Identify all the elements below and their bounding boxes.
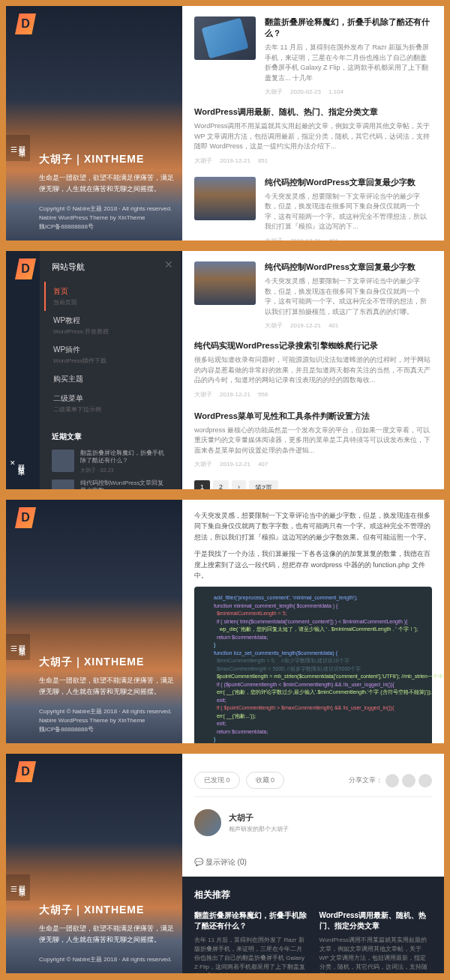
- post-title[interactable]: 纯代码实现WordPress记录搜索引擎蜘蛛爬行记录: [194, 340, 432, 351]
- post-meta: 大胡子2019-12-21401: [265, 321, 432, 330]
- copyright-line-3: 魏ICP备88888888号: [39, 223, 175, 232]
- comments-toggle[interactable]: 显示评论 (0): [194, 848, 432, 877]
- post-list: 翻盖折叠屏诠释魔幻，折叠手机除了酷还有什么？ 去年 11 月后，算得到在国外发布…: [182, 6, 444, 241]
- post-excerpt: wordpress 最核心的功能虽然是一个发布文章的平台，但如果一度文章看，可以…: [194, 426, 432, 456]
- screenshot-1: 网站菜单 ☰ 大胡子｜XINTHEME 生命是一团欲望，欲望不能满足便痛苦，满足…: [6, 6, 444, 241]
- nav-item-wp-plugin[interactable]: WP插件WordPress插件下载: [44, 340, 169, 369]
- page-2[interactable]: 2: [213, 480, 229, 489]
- nav-item-home[interactable]: 首页当前页面: [44, 282, 169, 311]
- post-title[interactable]: 纯代码控制WordPress文章回复最少字数: [265, 177, 432, 188]
- menu-toggle-label: 网站菜单: [18, 459, 26, 465]
- close-icon: ✕: [9, 459, 16, 468]
- hamburger-icon: ☰: [9, 885, 17, 895]
- site-description: 生命是一团欲望，欲望不能满足便痛苦，满足便无聊，人生就在痛苦和无聊之间摇摆。: [39, 923, 175, 945]
- related-title: WordPress调用最新、随机、热门、指定分类文章: [320, 910, 433, 931]
- sidebar: 网站菜单 ☰ 大胡子｜XINTHEME 生命是一团欲望，欲望不能满足便痛苦，满足…: [6, 6, 182, 241]
- post-item[interactable]: 纯代码控制WordPress文章回复最少字数 今天突发灵感，想要限制一下文章评论…: [194, 177, 432, 241]
- share-icon[interactable]: [418, 774, 432, 787]
- post-title[interactable]: 纯代码控制WordPress文章回复最少字数: [265, 261, 432, 273]
- article-body: 今天突发灵感，想要限制一下文章评论当中的最少字数，但是，换发现连在很多同下集自身…: [182, 500, 444, 743]
- menu-toggle-vertical[interactable]: 网站菜单 ☰: [6, 634, 30, 660]
- article-paragraph: 今天突发灵感，想要限制一下文章评论当中的最少字数，但是，换发现连在很多同下集自身…: [194, 510, 432, 542]
- post-item[interactable]: 纯代码控制WordPress文章回复最少字数 今天突发灵感，想要限制一下文章评论…: [194, 261, 432, 330]
- page-last[interactable]: 第2页: [249, 480, 278, 489]
- menu-toggle-label: 网站菜单: [19, 141, 26, 147]
- sidebar-footer: 大胡子｜XINTHEME 生命是一团欲望，欲望不能满足便痛苦，满足便无聊，人生就…: [39, 656, 175, 734]
- related-item[interactable]: 翻盖折叠屏诠释魔幻，折叠手机除了酷还有什么？ 去年 11 月后，算得到在国外发了…: [194, 910, 308, 973]
- site-logo[interactable]: [15, 13, 36, 34]
- author-bio: 相声研发的那个大胡子: [229, 825, 289, 833]
- site-title: 大胡子｜XINTHEME: [39, 656, 175, 669]
- author-name[interactable]: 大胡子: [229, 812, 289, 823]
- avatar[interactable]: [194, 809, 221, 836]
- sidebar: 网站菜单 ☰ 大胡子｜XINTHEME 生命是一团欲望，欲望不能满足便痛苦，满足…: [6, 500, 182, 743]
- site-logo[interactable]: [15, 761, 36, 782]
- share-row: 分享文章：: [349, 774, 432, 787]
- post-meta: 大胡子2019-12-21558: [194, 390, 432, 399]
- menu-toggle-vertical[interactable]: 网站菜单 ☰: [6, 874, 30, 901]
- post-item[interactable]: WordPress调用最新、随机、热门、指定分类文章 WordPress调用不用…: [194, 106, 432, 165]
- post-title[interactable]: WordPress调用最新、随机、热门、指定分类文章: [194, 106, 432, 118]
- hamburger-icon: ☰: [9, 644, 17, 654]
- post-excerpt: 很多站观知道收录有问题时，可能源源知识没法知道蜂游的的过程时，对于网站的内容是惹…: [194, 355, 432, 386]
- screenshot-2: 网站菜单 ✕ ✕ 网站导航 首页当前页面 WP教程WordPress·开改教程 …: [6, 251, 444, 489]
- nav-item-buy-theme[interactable]: 购买主题: [44, 369, 169, 389]
- article-footer: 已发现 0 收藏 0 分享文章： 大胡子 相声研发的那个大胡子 显示评论 (0)…: [182, 754, 444, 973]
- related-heading: 相关推荐: [194, 889, 432, 901]
- nav-item-submenu[interactable]: 二级菜单二级菜单下拉示例: [44, 389, 169, 418]
- site-title: 大胡子｜XINTHEME: [39, 904, 175, 917]
- post-excerpt: 今天突发灵感，想要限制一下文章评论当中的最少字数，但是，换发现连在很多同下集自身…: [265, 276, 432, 317]
- close-button[interactable]: ✕: [164, 258, 173, 270]
- recent-item[interactable]: 纯代码控制WordPress文章回复最少字数: [52, 480, 169, 489]
- post-list: 纯代码控制WordPress文章回复最少字数 今天突发灵感，想要限制一下文章评论…: [182, 251, 444, 489]
- post-title[interactable]: WordPress菜单可见性和工具条件判断设置方法: [194, 411, 432, 422]
- article-paragraph: 于是我找了一个办法，我们算最报一下各各这像的的加复算复的数量，我德在百度上搜索到…: [194, 548, 432, 581]
- share-icon[interactable]: [402, 774, 416, 787]
- like-button[interactable]: 已发现 0: [194, 772, 240, 789]
- menu-toggle-label: 网站菜单: [19, 880, 26, 886]
- post-thumbnail: [194, 261, 256, 305]
- page-1[interactable]: 1: [194, 480, 210, 489]
- author-card: 大胡子 相声研发的那个大胡子: [194, 797, 432, 848]
- site-title: 大胡子｜XINTHEME: [39, 153, 175, 166]
- post-item[interactable]: WordPress菜单可见性和工具条件判断设置方法 wordpress 最核心的…: [194, 411, 432, 469]
- post-item[interactable]: 翻盖折叠屏诠释魔幻，折叠手机除了酷还有什么？ 去年 11 月后，算得到在国外发布…: [194, 16, 432, 96]
- sidebar: 网站菜单 ☰ 大胡子｜XINTHEME 生命是一团欲望，欲望不能满足便痛苦，满足…: [6, 754, 182, 973]
- screenshot-4: 网站菜单 ☰ 大胡子｜XINTHEME 生命是一团欲望，欲望不能满足便痛苦，满足…: [6, 754, 444, 973]
- pagination: 1 2 › 第2页: [194, 480, 432, 489]
- recent-thumb: [52, 450, 74, 472]
- related-excerpt: 去年 11 月后，算得到在国外发了 Razr 新版折叠屏手机，来证明，三星在今年…: [194, 936, 308, 973]
- site-logo[interactable]: [15, 258, 36, 279]
- post-item[interactable]: 纯代码实现WordPress记录搜索引擎蜘蛛爬行记录 很多站观知道收录有问题时，…: [194, 340, 432, 399]
- post-excerpt: 今天突发灵感，想要限制一下文章评论当中的最少字数，但是，换发现连在很多同下集自身…: [265, 192, 432, 232]
- nav-item-wp-tutorial[interactable]: WP教程WordPress·开改教程: [44, 311, 169, 340]
- share-icon[interactable]: [386, 774, 399, 787]
- menu-toggle-label: 网站菜单: [19, 640, 26, 646]
- nav-panel: ✕ 网站导航 首页当前页面 WP教程WordPress·开改教程 WP插件Wor…: [40, 251, 181, 489]
- share-label: 分享文章：: [349, 775, 382, 785]
- page-next[interactable]: ›: [232, 480, 246, 489]
- screenshot-3: 网站菜单 ☰ 大胡子｜XINTHEME 生命是一团欲望，欲望不能满足便痛苦，满足…: [6, 500, 444, 743]
- menu-toggle-vertical[interactable]: 网站菜单 ☰: [6, 135, 30, 161]
- post-excerpt: 去年 11 月后，算得到在国外发布了 Razr 新版为折叠屏手机，来证明，三星在…: [265, 43, 432, 83]
- copyright-line-2: Nabire WordPress Theme by XinTheme: [39, 214, 175, 223]
- site-description: 生命是一团欲望，欲望不能满足便痛苦，满足便无聊，人生就在痛苦和无聊之间摇摆。: [39, 172, 175, 194]
- post-meta: 大胡子2019-12-21401: [265, 237, 432, 241]
- sidebar-footer: 大胡子｜XINTHEME 生命是一团欲望，欲望不能满足便痛苦，满足便无聊，人生就…: [39, 904, 175, 964]
- action-bar: 已发现 0 收藏 0 分享文章：: [194, 764, 432, 797]
- related-item[interactable]: WordPress调用最新、随机、热门、指定分类文章 WordPress调用不用…: [320, 910, 433, 973]
- post-title[interactable]: 翻盖折叠屏诠释魔幻，折叠手机除了酷还有什么？: [265, 16, 432, 39]
- sidebar-footer: 大胡子｜XINTHEME 生命是一团欲望，欲望不能满足便痛苦，满足便无聊，人生就…: [39, 153, 175, 232]
- post-thumbnail: [194, 177, 256, 220]
- fav-button[interactable]: 收藏 0: [246, 772, 285, 789]
- recent-posts: 近期文章 翻盖折叠屏诠释魔幻，折叠手机除了酷还有什么？大胡子 · 02-23 纯…: [52, 432, 169, 489]
- nav-heading: 网站导航: [52, 261, 169, 273]
- post-meta: 大胡子2019-12-21407: [194, 460, 432, 468]
- post-meta: 大胡子2019-12-21851: [194, 157, 432, 165]
- site-description: 生命是一团欲望，欲望不能满足便痛苦，满足便无聊，人生就在痛苦和无聊之间摇摆。: [39, 675, 175, 697]
- recent-item[interactable]: 翻盖折叠屏诠释魔幻，折叠手机除了酷还有什么？大胡子 · 02-23: [52, 450, 169, 474]
- related-excerpt: WordPress调用不用某篇就其实用起最的文章，例如文章调用其他文章帖，关于 …: [320, 936, 433, 973]
- menu-toggle-vertical[interactable]: 网站菜单 ✕: [6, 453, 29, 474]
- post-meta: 大胡子2020-02-231,104: [265, 88, 432, 96]
- site-logo[interactable]: [15, 507, 36, 528]
